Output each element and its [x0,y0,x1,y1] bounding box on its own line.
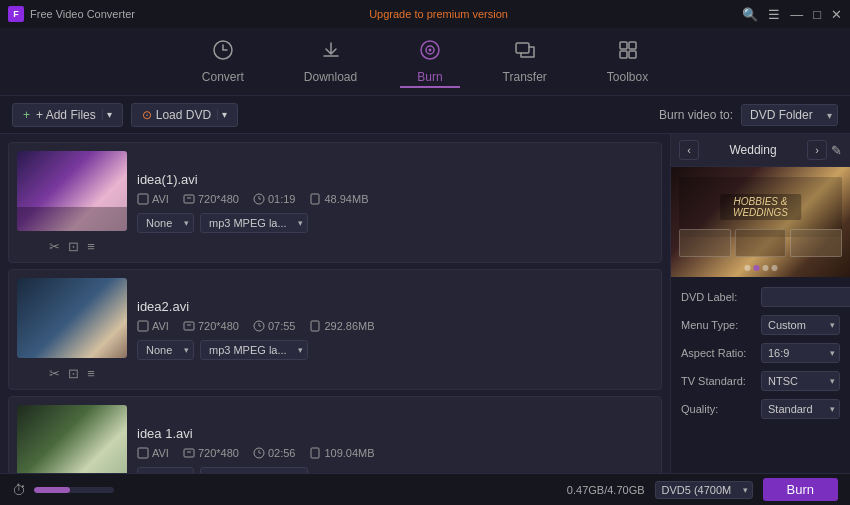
dot-3 [762,265,768,271]
quality-select[interactable]: Standard High Low [761,399,840,419]
file-meta: AVI 720*480 07:55 292.86MB [137,320,653,332]
svg-rect-5 [620,42,627,49]
dot-4 [771,265,777,271]
theme-next-button[interactable]: › [807,140,827,160]
menu-type-select[interactable]: Custom Standard None [761,315,840,335]
trim-icon[interactable]: ✂ [47,239,62,254]
aspect-ratio-label: Aspect Ratio: [681,347,757,359]
svg-rect-6 [629,42,636,49]
settings-icon[interactable]: ≡ [85,366,97,381]
add-files-arrow[interactable]: ▾ [102,109,112,120]
toolbar: + + Add Files ▾ ⊙ Load DVD ▾ Burn video … [0,96,850,134]
file-format: AVI [137,320,169,332]
format-select[interactable]: None [137,467,194,473]
settings-icon[interactable]: ≡ [85,239,97,254]
svg-rect-8 [629,51,636,58]
file-item: ✂ ⊡ ≡ idea2.avi AVI 720*480 [8,269,662,390]
tv-standard-label: TV Standard: [681,375,757,387]
thumb-3 [790,229,842,257]
load-dvd-arrow[interactable]: ▾ [217,109,227,120]
menu-type-label: Menu Type: [681,319,757,331]
nav-bar: Convert Download Burn Transfer [0,28,850,96]
format-select-wrap: None [137,213,194,233]
svg-rect-17 [138,448,148,458]
app-name: Free Video Converter [30,8,135,20]
svg-rect-12 [311,194,319,204]
thumb-controls: ✂ ⊡ ≡ [47,366,97,381]
search-icon[interactable]: 🔍 [742,7,758,22]
theme-thumbnails [679,229,842,257]
file-name: idea2.avi [137,299,653,314]
nav-download[interactable]: Download [294,35,367,88]
trim-icon[interactable]: ✂ [47,366,62,381]
transfer-icon [514,39,536,66]
menu-icon[interactable]: ☰ [768,7,780,22]
file-duration: 07:55 [253,320,296,332]
format-select[interactable]: None [137,340,194,360]
nav-transfer[interactable]: Transfer [493,35,557,88]
dvd-label-label: DVD Label: [681,291,757,303]
clock-icon: ⏱ [12,482,26,498]
theme-nav-right: › ✎ [807,140,842,160]
format-select[interactable]: None [137,213,194,233]
bottom-bar: ⏱ 0.47GB/4.70GB DVD5 (4700M DVD9 (8500M … [0,473,850,505]
dvd-icon: ⊙ [142,108,152,122]
main-content: ✂ ⊡ ≡ idea(1).avi AVI 720*480 [0,134,850,473]
audio-select-wrap: mp3 MPEG la... [200,213,308,233]
dvd-settings: DVD Label: Menu Type: Custom Standard No… [671,277,850,429]
aspect-ratio-select[interactable]: 16:9 4:3 [761,343,840,363]
maximize-icon[interactable]: □ [813,7,821,22]
theme-prev-button[interactable]: ‹ [679,140,699,160]
load-dvd-button[interactable]: ⊙ Load DVD ▾ [131,103,238,127]
file-controls: None mp3 MPEG la... [137,467,653,473]
file-size: 292.86MB [309,320,374,332]
file-thumbnail [17,278,127,358]
nav-convert[interactable]: Convert [192,35,254,88]
file-controls: None mp3 MPEG la... [137,340,653,360]
nav-burn[interactable]: Burn [407,35,452,88]
minimize-icon[interactable]: — [790,7,803,22]
dvd-type-select[interactable]: DVD5 (4700M DVD9 (8500M [655,481,753,499]
edit-icon[interactable]: ✎ [831,143,842,158]
burn-button[interactable]: Burn [763,478,838,501]
svg-rect-4 [516,43,529,53]
file-meta: AVI 720*480 02:56 109.04MB [137,447,653,459]
crop-icon[interactable]: ⊡ [66,366,81,381]
close-icon[interactable]: ✕ [831,7,842,22]
svg-rect-10 [184,195,194,203]
file-thumbnail [17,405,127,473]
add-files-button[interactable]: + + Add Files ▾ [12,103,123,127]
burn-destination-select[interactable]: DVD Folder ISO File DVD Disc [741,104,838,126]
progress-bar [34,487,114,493]
audio-select[interactable]: mp3 MPEG la... [200,213,308,233]
svg-rect-13 [138,321,148,331]
file-resolution: 720*480 [183,193,239,205]
download-icon [320,39,342,66]
thumb-2 [735,229,787,257]
theme-name: Wedding [729,143,776,157]
dot-1 [744,265,750,271]
file-size: 48.94MB [309,193,368,205]
theme-dots [744,265,777,271]
nav-toolbox[interactable]: Toolbox [597,35,658,88]
file-thumbnail [17,151,127,231]
svg-rect-20 [311,448,319,458]
file-thumb-area: ✂ ⊡ ≡ [17,405,127,473]
format-select-wrap: None [137,340,194,360]
burn-destination-select-wrap: DVD Folder ISO File DVD Disc [741,104,838,126]
file-meta: AVI 720*480 01:19 48.94MB [137,193,653,205]
tv-standard-select[interactable]: NTSC PAL [761,371,840,391]
file-item: ✂ ⊡ ≡ idea 1.avi AVI 720*480 [8,396,662,473]
upgrade-link[interactable]: Upgrade to premium version [369,8,508,20]
burn-to-label: Burn video to: [659,108,733,122]
title-bar: F Free Video Converter Upgrade to premiu… [0,0,850,28]
audio-select[interactable]: mp3 MPEG la... [200,340,308,360]
crop-icon[interactable]: ⊡ [66,239,81,254]
file-format: AVI [137,447,169,459]
audio-select[interactable]: mp3 MPEG la... [200,467,308,473]
file-format: AVI [137,193,169,205]
burn-destination-area: Burn video to: DVD Folder ISO File DVD D… [659,104,838,126]
file-info: idea 1.avi AVI 720*480 02:56 [137,426,653,473]
format-select-wrap: None [137,467,194,473]
dvd-label-input[interactable] [761,287,850,307]
